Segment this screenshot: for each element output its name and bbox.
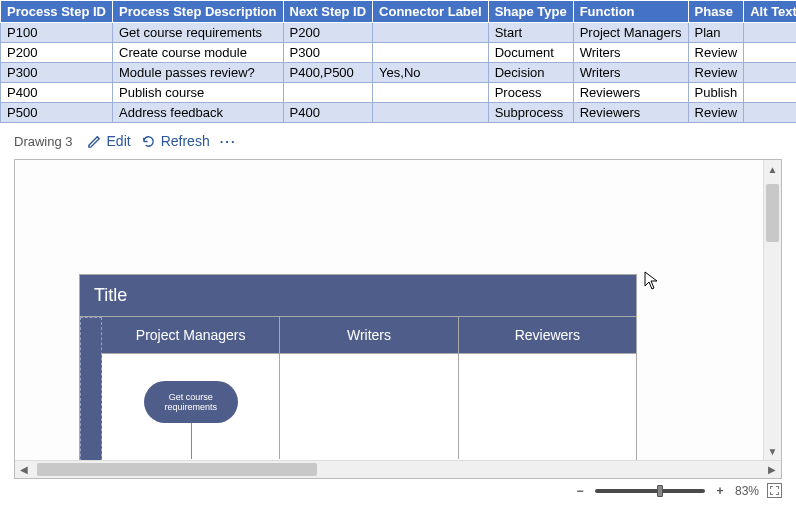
lane-head[interactable]: Reviewers xyxy=(459,317,636,354)
table-cell[interactable]: Document xyxy=(488,43,573,63)
zoom-value: 83% xyxy=(735,484,759,498)
vscroll-thumb[interactable] xyxy=(766,184,779,242)
table-cell[interactable]: P500 xyxy=(1,103,113,123)
drawing-canvas[interactable]: Title Project Managers Get course requir… xyxy=(15,160,763,460)
col-next-step[interactable]: Next Step ID xyxy=(283,1,373,23)
table-cell[interactable]: Create course module xyxy=(113,43,284,63)
lane-head[interactable]: Project Managers xyxy=(102,317,279,354)
refresh-icon xyxy=(141,134,156,149)
drawing-pane: Title Project Managers Get course requir… xyxy=(14,159,782,479)
table-cell[interactable]: Project Managers xyxy=(573,23,688,43)
table-cell[interactable]: P300 xyxy=(1,63,113,83)
zoom-out-button[interactable]: − xyxy=(573,484,587,498)
table-cell[interactable]: Yes,No xyxy=(373,63,489,83)
table-cell[interactable]: Writers xyxy=(573,43,688,63)
table-cell[interactable] xyxy=(373,23,489,43)
table-cell[interactable]: Process xyxy=(488,83,573,103)
col-connector[interactable]: Connector Label xyxy=(373,1,489,23)
swimlane-diagram[interactable]: Title Project Managers Get course requir… xyxy=(79,274,637,460)
table-cell[interactable] xyxy=(373,103,489,123)
table-cell[interactable]: Review xyxy=(688,103,744,123)
scroll-up-button[interactable]: ▲ xyxy=(764,160,781,178)
scroll-right-button[interactable]: ▶ xyxy=(763,461,781,478)
col-function[interactable]: Function xyxy=(573,1,688,23)
connector-line xyxy=(191,423,192,459)
table-cell[interactable]: Start xyxy=(488,23,573,43)
table-row[interactable]: P400Publish courseProcessReviewersPublis… xyxy=(1,83,797,103)
table-cell[interactable]: Module passes review? xyxy=(113,63,284,83)
table-cell[interactable]: Writers xyxy=(573,63,688,83)
table-cell[interactable] xyxy=(744,103,796,123)
table-cell[interactable] xyxy=(744,43,796,63)
fit-to-window-button[interactable] xyxy=(767,483,782,498)
table-row[interactable]: P100Get course requirementsP200StartProj… xyxy=(1,23,797,43)
table-header-row: Process Step ID Process Step Description… xyxy=(1,1,797,23)
swimlane-phase-column[interactable] xyxy=(80,317,102,460)
refresh-label: Refresh xyxy=(161,133,210,149)
zoom-controls: − + 83% xyxy=(0,479,796,502)
col-step-id[interactable]: Process Step ID xyxy=(1,1,113,23)
lane-reviewers[interactable]: Reviewers xyxy=(459,317,636,459)
start-shape[interactable]: Get course requirements xyxy=(144,381,238,423)
lane-project-managers[interactable]: Project Managers Get course requirements xyxy=(102,317,280,459)
table-cell[interactable]: P300 xyxy=(283,43,373,63)
col-phase[interactable]: Phase xyxy=(688,1,744,23)
edit-button[interactable]: Edit xyxy=(87,133,131,149)
vertical-scrollbar[interactable]: ▲ ▼ xyxy=(763,160,781,460)
swimlane-title[interactable]: Title xyxy=(80,275,636,316)
table-cell[interactable] xyxy=(744,23,796,43)
table-cell[interactable]: P100 xyxy=(1,23,113,43)
table-cell[interactable] xyxy=(373,83,489,103)
hscroll-track[interactable] xyxy=(33,461,763,478)
zoom-in-button[interactable]: + xyxy=(713,484,727,498)
table-cell[interactable]: Reviewers xyxy=(573,83,688,103)
table-cell[interactable] xyxy=(283,83,373,103)
table-cell[interactable]: Publish xyxy=(688,83,744,103)
cursor-icon xyxy=(644,271,660,291)
table-row[interactable]: P300Module passes review?P400,P500Yes,No… xyxy=(1,63,797,83)
zoom-slider-knob[interactable] xyxy=(657,485,663,497)
table-cell[interactable]: Plan xyxy=(688,23,744,43)
table-row[interactable]: P500Address feedbackP400SubprocessReview… xyxy=(1,103,797,123)
refresh-button[interactable]: Refresh xyxy=(141,133,210,149)
lane-writers[interactable]: Writers xyxy=(280,317,458,459)
edit-label: Edit xyxy=(107,133,131,149)
table-cell[interactable]: P200 xyxy=(283,23,373,43)
table-cell[interactable]: P400 xyxy=(1,83,113,103)
col-step-desc[interactable]: Process Step Description xyxy=(113,1,284,23)
table-cell[interactable]: Review xyxy=(688,43,744,63)
table-row[interactable]: P200Create course moduleP300DocumentWrit… xyxy=(1,43,797,63)
lane-head[interactable]: Writers xyxy=(280,317,457,354)
table-cell[interactable]: P400,P500 xyxy=(283,63,373,83)
col-shape-type[interactable]: Shape Type xyxy=(488,1,573,23)
table-cell[interactable]: P400 xyxy=(283,103,373,123)
table-cell[interactable]: Address feedback xyxy=(113,103,284,123)
hscroll-thumb[interactable] xyxy=(37,463,317,476)
pencil-icon xyxy=(87,134,102,149)
table-cell[interactable] xyxy=(744,63,796,83)
zoom-slider[interactable] xyxy=(595,489,705,493)
drawing-title: Drawing 3 xyxy=(14,134,73,149)
table-cell[interactable] xyxy=(373,43,489,63)
col-alt-text[interactable]: Alt Text xyxy=(744,1,796,23)
more-button[interactable]: ··· xyxy=(220,134,237,149)
drawing-toolbar: Drawing 3 Edit Refresh ··· xyxy=(0,123,796,159)
process-table: Process Step ID Process Step Description… xyxy=(0,0,796,123)
scroll-left-button[interactable]: ◀ xyxy=(15,461,33,478)
table-cell[interactable]: Decision xyxy=(488,63,573,83)
table-cell[interactable]: P200 xyxy=(1,43,113,63)
table-cell[interactable]: Reviewers xyxy=(573,103,688,123)
table-cell[interactable]: Review xyxy=(688,63,744,83)
horizontal-scrollbar[interactable]: ◀ ▶ xyxy=(15,460,781,478)
table-cell[interactable]: Publish course xyxy=(113,83,284,103)
scroll-down-button[interactable]: ▼ xyxy=(764,442,781,460)
table-cell[interactable]: Subprocess xyxy=(488,103,573,123)
table-cell[interactable]: Get course requirements xyxy=(113,23,284,43)
table-cell[interactable] xyxy=(744,83,796,103)
